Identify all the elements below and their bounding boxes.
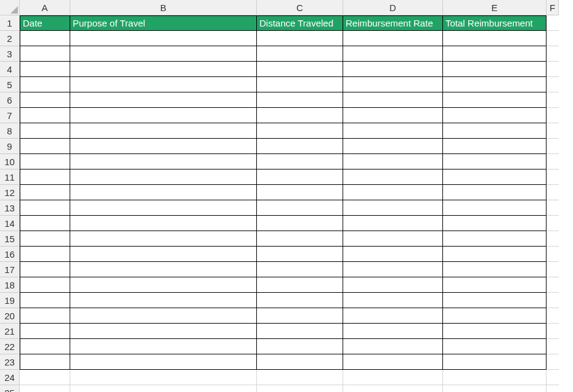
cell-B23[interactable] <box>70 354 257 370</box>
cell-F8[interactable] <box>547 123 559 139</box>
cell-D13[interactable] <box>343 200 443 216</box>
cell-C15[interactable] <box>257 231 343 247</box>
cell-D12[interactable] <box>343 185 443 200</box>
cell-B21[interactable] <box>70 324 257 339</box>
row-header-9[interactable]: 9 <box>0 139 20 154</box>
cell-C21[interactable] <box>257 324 343 339</box>
cell-B9[interactable] <box>70 139 257 154</box>
cell-D11[interactable] <box>343 169 443 185</box>
cell-F4[interactable] <box>547 62 559 77</box>
header-cell-A[interactable]: Date <box>20 15 70 31</box>
cell-F3[interactable] <box>547 46 559 62</box>
cell-E25[interactable] <box>443 385 547 392</box>
cell-C8[interactable] <box>257 123 343 139</box>
cell-E17[interactable] <box>443 262 547 277</box>
cell-B19[interactable] <box>70 293 257 308</box>
cell-A5[interactable] <box>20 77 70 92</box>
column-header-D[interactable]: D <box>343 0 443 15</box>
cell-A7[interactable] <box>20 108 70 123</box>
cell-A17[interactable] <box>20 262 70 277</box>
cell-C2[interactable] <box>257 31 343 46</box>
column-header-E[interactable]: E <box>443 0 547 15</box>
cell-B20[interactable] <box>70 308 257 324</box>
cell-D9[interactable] <box>343 139 443 154</box>
cell-F13[interactable] <box>547 200 559 216</box>
cell-B17[interactable] <box>70 262 257 277</box>
cell-A10[interactable] <box>20 154 70 169</box>
row-header-14[interactable]: 14 <box>0 216 20 231</box>
cell-B12[interactable] <box>70 185 257 200</box>
cell-F23[interactable] <box>547 354 559 370</box>
cell-B22[interactable] <box>70 339 257 354</box>
cell-D5[interactable] <box>343 77 443 92</box>
header-cell-E[interactable]: Total Reimbursement <box>443 15 547 31</box>
cell-C18[interactable] <box>257 277 343 293</box>
cell-B8[interactable] <box>70 123 257 139</box>
row-header-24[interactable]: 24 <box>0 370 20 385</box>
row-header-4[interactable]: 4 <box>0 62 20 77</box>
cell-C23[interactable] <box>257 354 343 370</box>
cell-D19[interactable] <box>343 293 443 308</box>
cell-A12[interactable] <box>20 185 70 200</box>
cell-C5[interactable] <box>257 77 343 92</box>
cell-F24[interactable] <box>547 370 559 385</box>
row-header-19[interactable]: 19 <box>0 293 20 308</box>
cell-A15[interactable] <box>20 231 70 247</box>
cell-B11[interactable] <box>70 169 257 185</box>
cell-A9[interactable] <box>20 139 70 154</box>
cell-C19[interactable] <box>257 293 343 308</box>
row-header-12[interactable]: 12 <box>0 185 20 200</box>
cell-C7[interactable] <box>257 108 343 123</box>
cell-F21[interactable] <box>547 324 559 339</box>
cell-E9[interactable] <box>443 139 547 154</box>
header-cell-C[interactable]: Distance Traveled <box>257 15 343 31</box>
cell-F12[interactable] <box>547 185 559 200</box>
cell-D4[interactable] <box>343 62 443 77</box>
cell-A3[interactable] <box>20 46 70 62</box>
cell-C24[interactable] <box>257 370 343 385</box>
cell-D18[interactable] <box>343 277 443 293</box>
cell-E19[interactable] <box>443 293 547 308</box>
cell-F9[interactable] <box>547 139 559 154</box>
cell-E21[interactable] <box>443 324 547 339</box>
cell-C16[interactable] <box>257 247 343 262</box>
cell-F20[interactable] <box>547 308 559 324</box>
cell-D23[interactable] <box>343 354 443 370</box>
cell-E13[interactable] <box>443 200 547 216</box>
row-header-11[interactable]: 11 <box>0 169 20 185</box>
cell-F11[interactable] <box>547 169 559 185</box>
row-header-23[interactable]: 23 <box>0 354 20 370</box>
cell-E10[interactable] <box>443 154 547 169</box>
cell-E8[interactable] <box>443 123 547 139</box>
cell-A13[interactable] <box>20 200 70 216</box>
cell-E5[interactable] <box>443 77 547 92</box>
cell-A22[interactable] <box>20 339 70 354</box>
column-header-A[interactable]: A <box>20 0 70 15</box>
cell-B10[interactable] <box>70 154 257 169</box>
cell-A16[interactable] <box>20 247 70 262</box>
row-header-10[interactable]: 10 <box>0 154 20 169</box>
cell-A19[interactable] <box>20 293 70 308</box>
cell-B18[interactable] <box>70 277 257 293</box>
cell-F16[interactable] <box>547 247 559 262</box>
row-header-13[interactable]: 13 <box>0 200 20 216</box>
cell-D25[interactable] <box>343 385 443 392</box>
cell-A24[interactable] <box>20 370 70 385</box>
cell-D7[interactable] <box>343 108 443 123</box>
cell-A18[interactable] <box>20 277 70 293</box>
cell-D16[interactable] <box>343 247 443 262</box>
cell-D6[interactable] <box>343 92 443 108</box>
cell-C9[interactable] <box>257 139 343 154</box>
row-header-21[interactable]: 21 <box>0 324 20 339</box>
cell-E14[interactable] <box>443 216 547 231</box>
cell-C3[interactable] <box>257 46 343 62</box>
cell-E15[interactable] <box>443 231 547 247</box>
cell-F25[interactable] <box>547 385 559 392</box>
cell-E12[interactable] <box>443 185 547 200</box>
cell-F5[interactable] <box>547 77 559 92</box>
cell-A23[interactable] <box>20 354 70 370</box>
cell-B25[interactable] <box>70 385 257 392</box>
cell-C20[interactable] <box>257 308 343 324</box>
row-header-18[interactable]: 18 <box>0 277 20 293</box>
cell-D20[interactable] <box>343 308 443 324</box>
